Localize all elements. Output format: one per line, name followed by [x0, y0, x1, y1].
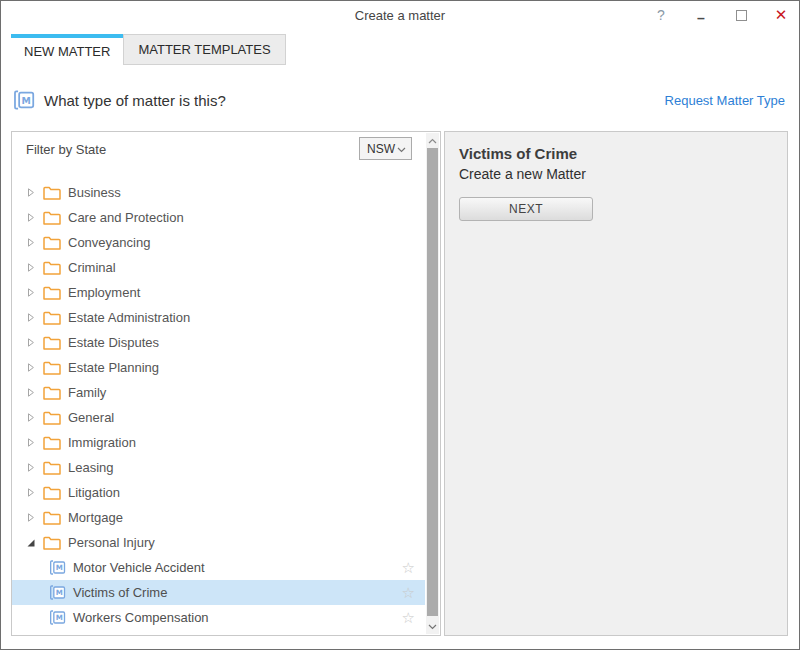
collapsed-arrow-icon[interactable] [26, 387, 36, 398]
matter-type-workers-compensation[interactable]: MWorkers Compensation☆ [12, 605, 425, 630]
tree-item-employment[interactable]: Employment [12, 280, 425, 305]
matter-type-panel: Filter by State NSW BusinessCare and Pro… [11, 131, 441, 636]
collapsed-arrow-icon[interactable] [26, 237, 36, 248]
tree-item-label: Personal Injury [68, 535, 155, 550]
collapsed-arrow-icon[interactable] [26, 337, 36, 348]
tab-new-matter[interactable]: NEW MATTER [11, 34, 123, 65]
filter-row: Filter by State NSW [12, 132, 440, 168]
folder-icon [43, 186, 61, 200]
folder-icon [43, 336, 61, 350]
tree-item-care-and-protection[interactable]: Care and Protection [12, 205, 425, 230]
state-dropdown[interactable]: NSW [359, 137, 412, 160]
tab-bar: NEW MATTER MATTER TEMPLATES [11, 34, 286, 65]
tree-item-estate-administration[interactable]: Estate Administration [12, 305, 425, 330]
tree-item-label: Leasing [68, 460, 114, 475]
folder-icon [43, 211, 61, 225]
tree-item-label: Estate Administration [68, 310, 190, 325]
folder-icon [43, 436, 61, 450]
matter-type-label: Victims of Crime [73, 585, 167, 600]
collapsed-arrow-icon[interactable] [26, 187, 36, 198]
tree-item-estate-planning[interactable]: Estate Planning [12, 355, 425, 380]
tree-item-label: Mortgage [68, 510, 123, 525]
collapsed-arrow-icon[interactable] [26, 362, 36, 373]
tree-item-criminal[interactable]: Criminal [12, 255, 425, 280]
collapsed-arrow-icon[interactable] [26, 312, 36, 323]
tree-item-label: Conveyancing [68, 235, 150, 250]
next-button[interactable]: NEXT [459, 197, 593, 221]
collapsed-arrow-icon[interactable] [26, 487, 36, 498]
collapsed-arrow-icon[interactable] [26, 287, 36, 298]
scroll-down-icon[interactable] [426, 619, 439, 634]
tree-item-personal-injury[interactable]: Personal Injury [12, 530, 425, 555]
matter-type-icon: M [49, 560, 66, 575]
folder-icon [43, 411, 61, 425]
tree-item-label: Estate Disputes [68, 335, 159, 350]
folder-icon [43, 461, 61, 475]
maximize-icon[interactable] [733, 5, 749, 25]
matter-type-tree: BusinessCare and ProtectionConveyancingC… [12, 180, 425, 630]
page-title: What type of matter is this? [44, 92, 226, 109]
tree-item-family[interactable]: Family [12, 380, 425, 405]
svg-text:M: M [56, 563, 63, 572]
tree-item-immigration[interactable]: Immigration [12, 430, 425, 455]
favorite-star-icon[interactable]: ☆ [402, 608, 415, 627]
close-icon[interactable]: ✕ [773, 5, 789, 25]
tab-matter-templates[interactable]: MATTER TEMPLATES [123, 34, 285, 65]
collapsed-arrow-icon[interactable] [26, 212, 36, 223]
tree-item-label: General [68, 410, 114, 425]
detail-panel: Victims of Crime Create a new Matter NEX… [444, 131, 788, 636]
folder-icon [43, 536, 61, 550]
matter-icon: M [13, 90, 35, 110]
state-dropdown-value: NSW [367, 142, 395, 156]
tree-item-label: Care and Protection [68, 210, 184, 225]
window-controls: ? – ✕ [653, 1, 789, 29]
tree-item-mortgage[interactable]: Mortgage [12, 505, 425, 530]
folder-icon [43, 361, 61, 375]
collapsed-arrow-icon[interactable] [26, 262, 36, 273]
chevron-down-icon [397, 142, 406, 156]
filter-by-state-label: Filter by State [26, 142, 106, 157]
scrollbar-thumb[interactable] [427, 148, 438, 616]
matter-type-label: Motor Vehicle Accident [73, 560, 205, 575]
tree-item-label: Estate Planning [68, 360, 159, 375]
favorite-star-icon[interactable]: ☆ [402, 583, 415, 602]
tree-item-general[interactable]: General [12, 405, 425, 430]
minimize-icon[interactable]: – [693, 5, 709, 25]
collapsed-arrow-icon[interactable] [26, 462, 36, 473]
selected-matter-title: Victims of Crime [459, 145, 787, 162]
svg-text:M: M [56, 588, 63, 597]
collapsed-arrow-icon[interactable] [26, 512, 36, 523]
tree-item-business[interactable]: Business [12, 180, 425, 205]
scroll-up-icon[interactable] [426, 133, 439, 148]
folder-icon [43, 511, 61, 525]
folder-icon [43, 386, 61, 400]
help-icon[interactable]: ? [653, 5, 669, 25]
header-row: M What type of matter is this? Request M… [13, 86, 785, 114]
matter-type-icon: M [49, 610, 66, 625]
favorite-star-icon[interactable]: ☆ [402, 558, 415, 577]
tree-scrollbar[interactable] [426, 133, 439, 634]
tree-item-conveyancing[interactable]: Conveyancing [12, 230, 425, 255]
tree-item-label: Business [68, 185, 121, 200]
titlebar: Create a matter ? – ✕ [1, 1, 799, 29]
tree-item-litigation[interactable]: Litigation [12, 480, 425, 505]
create-matter-dialog: Create a matter ? – ✕ NEW MATTER MATTER … [0, 0, 800, 650]
matter-type-motor-vehicle-accident[interactable]: MMotor Vehicle Accident☆ [12, 555, 425, 580]
folder-icon [43, 236, 61, 250]
folder-icon [43, 261, 61, 275]
svg-text:M: M [56, 613, 63, 622]
create-new-matter-label: Create a new Matter [459, 166, 787, 182]
tree-item-label: Criminal [68, 260, 116, 275]
collapsed-arrow-icon[interactable] [26, 412, 36, 423]
tree-item-leasing[interactable]: Leasing [12, 455, 425, 480]
maximize-box [736, 10, 747, 21]
request-matter-type-link[interactable]: Request Matter Type [665, 93, 785, 108]
matter-type-victims-of-crime[interactable]: MVictims of Crime☆ [12, 580, 425, 605]
collapsed-arrow-icon[interactable] [26, 437, 36, 448]
folder-icon [43, 286, 61, 300]
svg-text:M: M [22, 95, 31, 106]
matter-type-icon: M [49, 585, 66, 600]
expanded-arrow-icon[interactable] [26, 538, 36, 548]
tree-item-estate-disputes[interactable]: Estate Disputes [12, 330, 425, 355]
matter-type-label: Workers Compensation [73, 610, 209, 625]
